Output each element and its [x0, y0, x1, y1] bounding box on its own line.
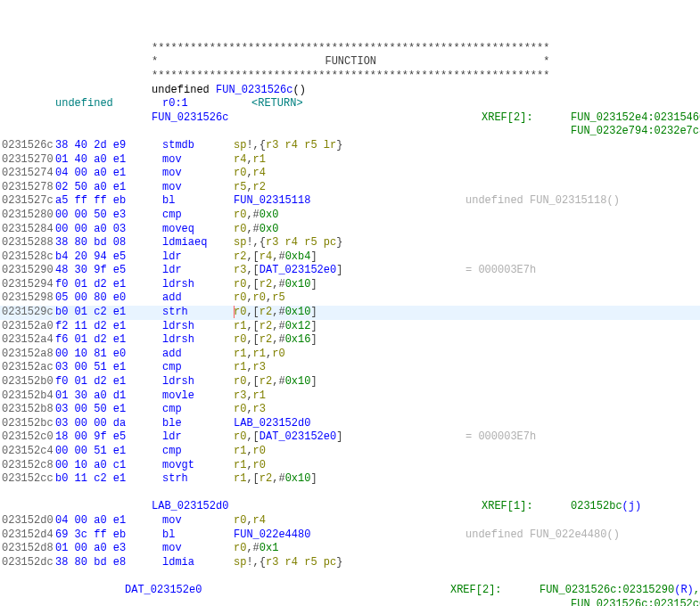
bytes: 05 00 80 e0 — [55, 291, 144, 306]
disasm-row[interactable]: 023152c018 00 9f e5ldrr0,[DAT_023152e0]=… — [0, 430, 700, 445]
reg: r3 — [234, 389, 246, 402]
reg: r4 — [253, 514, 266, 527]
xref-link[interactable]: 023152bc — [571, 500, 622, 512]
disasm-row[interactable]: 0231528cb4 20 94 e5ldrr2,[r4,#0xb4] — [0, 250, 700, 265]
bytes: a5 ff ff eb — [55, 194, 144, 209]
disasm-row[interactable]: 02315294f0 01 d2 e1ldrshr0,[r2,#0x10] — [0, 278, 700, 292]
imm: 0x10 — [285, 375, 311, 388]
reg: r4 — [234, 153, 246, 166]
mnemonic: cmp — [162, 403, 234, 417]
mnemonic: ldmiaeq — [162, 236, 234, 250]
reg: r1 — [253, 153, 266, 166]
dark: ,[ — [246, 375, 259, 388]
dark: !,{ — [246, 139, 266, 152]
mnemonic: add — [162, 348, 234, 362]
reg: r0 — [253, 459, 266, 471]
disasm-row[interactable]: 023152ccb0 11 c2 e1strhr1,[r2,#0x10] — [0, 472, 700, 487]
dark: , — [246, 403, 252, 415]
bytes: 04 00 a0 e1 — [55, 167, 144, 181]
ret-type: undefined — [152, 84, 216, 96]
disasm-row[interactable]: 0231526c38 40 2d e9stmdbsp!,{r3 r4 r5 lr… — [0, 139, 700, 153]
mnemonic: ldrsh — [162, 278, 234, 292]
disasm-row[interactable]: 023152a0f2 11 d2 e1ldrshr1,[r2,#0x12] — [0, 320, 700, 334]
disasm-row[interactable]: 0231528400 00 a0 03moveqr0,#0x0 — [0, 223, 700, 237]
xref-link[interactable]: FUN_0231526c:02315290 — [539, 584, 674, 596]
mnemonic: strh — [162, 472, 234, 487]
disasm-row[interactable]: 0231528000 00 50 e3cmpr0,#0x0 — [0, 209, 700, 223]
label[interactable]: LAB_023152d0 — [234, 417, 310, 430]
bytes: 38 80 bd 08 — [55, 236, 144, 250]
dark: , — [246, 348, 252, 360]
disasm-row[interactable]: 0231527802 50 a0 e1movr5,r2 — [0, 181, 700, 195]
mnemonic: bl — [162, 194, 234, 209]
disasm-row[interactable]: 023152a4f6 01 d2 e1ldrshr0,[r2,#0x16] — [0, 333, 700, 348]
disasm-row[interactable]: 0231529cb0 01 c2 e1strhr0,[r2,#0x10] — [0, 306, 700, 320]
func[interactable]: FUN_022e4480 — [234, 528, 310, 541]
dark: , — [246, 361, 252, 373]
disasm-row[interactable]: 023152c400 00 51 e1cmpr1,r0 — [0, 445, 700, 459]
disasm-row[interactable]: 023152a800 10 81 e0addr1,r1,r0 — [0, 348, 700, 362]
reg: r0 — [234, 375, 246, 388]
disasm-row[interactable]: 023152bc03 00 00 dableLAB_023152d0 — [0, 417, 700, 431]
reg: r3 — [253, 361, 266, 373]
xref-header: XREF[1]: — [482, 500, 571, 514]
dark: ,[ — [246, 306, 259, 318]
func[interactable]: FUN_02315118 — [234, 194, 310, 207]
xref-link[interactable]: FUN_0231526c:023152c0 — [571, 598, 700, 606]
bytes: 04 00 a0 e1 — [55, 514, 144, 528]
reg: r3 — [234, 264, 246, 276]
dark: ,[ — [246, 430, 259, 443]
address: 02315278 — [0, 181, 55, 195]
disasm-row[interactable]: 023152b803 00 50 e1cmpr0,r3 — [0, 403, 700, 417]
mnemonic: ldrsh — [162, 320, 234, 334]
function-name[interactable]: FUN_0231526c — [216, 84, 292, 96]
label[interactable]: DAT_023152e0 — [259, 430, 336, 443]
disasm-row[interactable]: 023152dc38 80 bd e8ldmiasp!,{r3 r4 r5 pc… — [0, 556, 700, 570]
address: 0231527c — [0, 194, 55, 209]
header-border: ****************************************… — [152, 42, 549, 56]
xref-header: XREF[2]: — [450, 584, 539, 598]
imm: 0x1 — [259, 542, 279, 554]
dark: , — [246, 445, 252, 457]
dark: } — [336, 556, 342, 569]
disasm-row[interactable]: 0231528838 80 bd 08ldmiaeqsp!,{r3 r4 r5 … — [0, 236, 700, 250]
mnemonic: ldrsh — [162, 333, 234, 348]
label[interactable]: DAT_023152e0 — [259, 264, 336, 276]
disasm-row[interactable]: 023152b0f0 01 d2 e1ldrshr0,[r2,#0x10] — [0, 375, 700, 389]
reg: r0 — [234, 223, 246, 235]
disasm-row[interactable]: 0231527ca5 ff ff ebblFUN_02315118undefin… — [0, 194, 700, 209]
address: 0231526c — [0, 139, 55, 153]
reg: r0 — [234, 403, 246, 415]
disasm-row[interactable]: 023152d469 3c ff ebblFUN_022e4480undefin… — [0, 528, 700, 543]
address: 023152ac — [0, 361, 55, 375]
dark: ,[ — [246, 250, 259, 263]
eol-comment: = 000003E7h — [465, 264, 536, 278]
address: 023152c0 — [0, 430, 55, 445]
mnemonic: mov — [162, 181, 234, 195]
reg: r5 — [234, 181, 246, 193]
xref-link[interactable]: FUN_023152e4:02315460 — [571, 111, 700, 124]
disasm-row[interactable]: 0231527404 00 a0 e1movr0,r4 — [0, 167, 700, 181]
reg: sp — [234, 556, 246, 569]
disasm-row[interactable]: 023152b401 30 a0 d1movler3,r1 — [0, 389, 700, 404]
disasm-row[interactable]: 0231529805 00 80 e0addr0,r0,r5 — [0, 291, 700, 306]
reg: r0 — [253, 445, 266, 457]
address: 02315290 — [0, 264, 55, 278]
return-label: <RETURN> — [251, 97, 303, 111]
disasm-row[interactable]: 0231529048 30 9f e5ldrr3,[DAT_023152e0]=… — [0, 264, 700, 278]
mnemonic: add — [162, 291, 234, 306]
disasm-row[interactable]: 023152d801 00 a0 e3movr0,#0x1 — [0, 542, 700, 556]
disasm-row[interactable]: 023152c800 10 a0 c1movgtr1,r0 — [0, 459, 700, 473]
disasm-row[interactable]: 023152ac03 00 51 e1cmpr1,r3 — [0, 361, 700, 375]
disasm-row[interactable]: 0231527001 40 a0 e1movr4,r1 — [0, 153, 700, 168]
mnemonic: cmp — [162, 361, 234, 375]
data-label[interactable]: DAT_023152e0 — [125, 584, 450, 598]
reg: r0 — [234, 542, 246, 554]
xref-link[interactable]: FUN_0232e794:0232e7c8 — [571, 125, 700, 137]
dark: ] — [310, 278, 317, 291]
disasm-row[interactable]: 023152d004 00 a0 e1movr0,r4 — [0, 514, 700, 528]
code-label[interactable]: LAB_023152d0 — [152, 500, 482, 514]
function-label[interactable]: FUN_0231526c — [152, 111, 482, 126]
reg: r3 — [253, 403, 266, 415]
reg: r5 — [272, 291, 284, 304]
